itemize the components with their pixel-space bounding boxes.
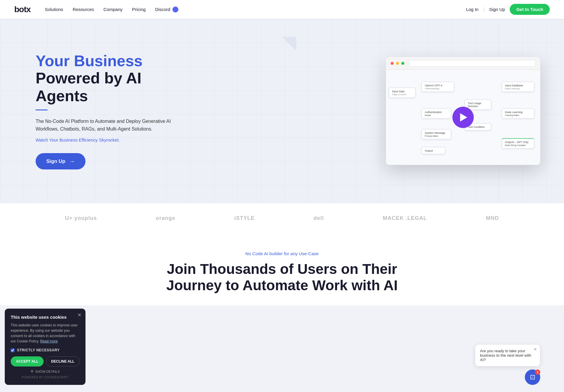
nav-resources[interactable]: Resources bbox=[73, 7, 94, 12]
logo-istyle: iSTYLE bbox=[234, 215, 255, 221]
hero-description: The No-Code AI Platform to Automate and … bbox=[36, 118, 190, 133]
hero-title-dark: Powered by AI Agents bbox=[36, 69, 190, 105]
navbar: botx Solutions Resources Company Pricing… bbox=[0, 0, 564, 19]
hero-accent-line bbox=[36, 109, 47, 110]
nav-discord[interactable]: Discord bbox=[155, 7, 179, 12]
logo-dell: dell bbox=[313, 215, 324, 221]
section-tag: No Code AI builder for any Use-Case bbox=[36, 251, 528, 256]
nav-signup-link[interactable]: Sign Up bbox=[489, 7, 505, 12]
browser-dot-yellow bbox=[396, 62, 399, 65]
browser-bar bbox=[386, 57, 540, 70]
workflow-node-2: OpenAI GPT-4Understanding bbox=[422, 82, 454, 92]
nav-cta-button[interactable]: Get In Touch bbox=[510, 4, 550, 15]
section-below: No Code AI builder for any Use-Case Join… bbox=[0, 233, 564, 305]
hero-section: Your Business Powered by AI Agents The N… bbox=[0, 19, 564, 203]
play-icon bbox=[460, 113, 467, 122]
nav-login-link[interactable]: Log In bbox=[466, 7, 479, 12]
section-heading: Join Thousands of Users on Their Journey… bbox=[36, 261, 528, 293]
video-play-button[interactable] bbox=[452, 107, 474, 128]
nav-divider: | bbox=[483, 7, 484, 12]
nav-links: Solutions Resources Company Pricing Disc… bbox=[45, 7, 466, 12]
browser-mockup: Input DataPapa is JSON OpenAI GPT-4Under… bbox=[386, 57, 540, 165]
nav-right: Log In | Sign Up Get In Touch bbox=[466, 4, 550, 15]
logo-orange: orange bbox=[156, 215, 175, 221]
browser-url-bar bbox=[409, 60, 536, 67]
logo-mnd: MND bbox=[486, 215, 499, 221]
nav-company[interactable]: Company bbox=[104, 7, 123, 12]
nav-pricing[interactable]: Pricing bbox=[132, 7, 146, 12]
workflow-node-8: Input DatabaseDeep Learning bbox=[502, 82, 534, 92]
logo-macek: MACEK .LEGAL bbox=[383, 215, 427, 221]
fold-corner-decoration bbox=[282, 37, 296, 51]
workflow-node-9: Deep LearningTraining Editor bbox=[502, 109, 534, 119]
hero-watch-link[interactable]: Watch Your Business Efficiency Skyrocket… bbox=[36, 137, 190, 142]
hero-content: Your Business Powered by AI Agents The N… bbox=[36, 53, 190, 170]
workflow-node-10: Output1 - GPT OnlyBuild String Compiler bbox=[502, 138, 534, 149]
browser-body: Input DataPapa is JSON OpenAI GPT-4Under… bbox=[386, 70, 540, 165]
logos-strip: U+ youplus orange iSTYLE dell MACEK .LEG… bbox=[0, 203, 564, 233]
workflow-node-1: Input DataPapa is JSON bbox=[389, 88, 416, 98]
browser-dot-green bbox=[401, 62, 404, 65]
discord-icon bbox=[172, 7, 178, 12]
workflow-node-3: AuthenticationModel bbox=[422, 109, 451, 119]
logo-youplus: U+ youplus bbox=[65, 215, 97, 221]
arrow-icon: → bbox=[69, 158, 75, 165]
logo[interactable]: botx bbox=[14, 5, 31, 14]
workflow-node-4: System MessagePrompt Editor bbox=[422, 129, 451, 139]
hero-signup-button[interactable]: Sign Up → bbox=[36, 153, 85, 169]
hero-visual: Input DataPapa is JSON OpenAI GPT-4Under… bbox=[386, 57, 540, 165]
browser-dot-red bbox=[391, 62, 394, 65]
nav-solutions[interactable]: Solutions bbox=[45, 7, 63, 12]
hero-title-blue: Your Business bbox=[36, 53, 190, 69]
workflow-node-5: Output bbox=[422, 147, 445, 154]
